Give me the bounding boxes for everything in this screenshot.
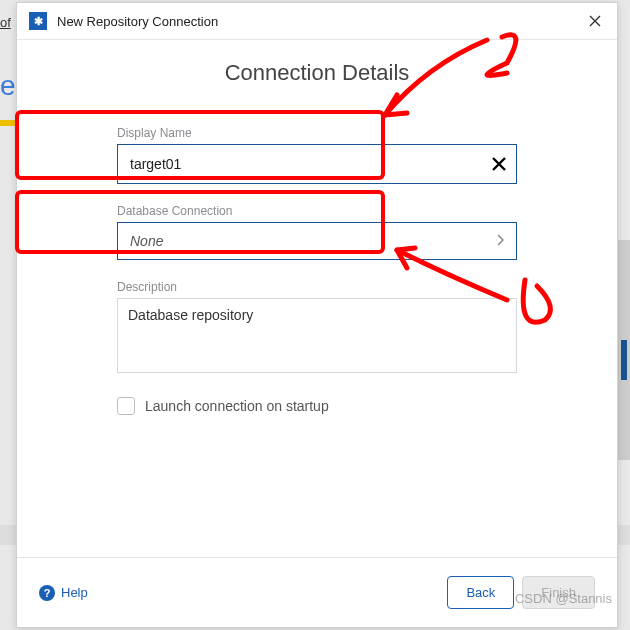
display-name-input[interactable] (118, 145, 482, 183)
database-connection-combo[interactable]: None (117, 222, 517, 260)
clear-input-icon[interactable] (482, 145, 516, 183)
background-accent (0, 120, 15, 126)
help-text: Help (61, 585, 88, 600)
finish-button: Finish (522, 576, 595, 609)
background-letter: e (0, 70, 16, 102)
description-textarea[interactable] (117, 298, 517, 373)
display-name-group: Display Name (117, 126, 517, 184)
dialog-title: New Repository Connection (57, 14, 585, 29)
dialog-body: Connection Details Display Name Database… (17, 40, 617, 557)
database-connection-value: None (130, 233, 496, 249)
app-icon: ✱ (29, 12, 47, 30)
back-button[interactable]: Back (447, 576, 514, 609)
new-repository-dialog: ✱ New Repository Connection Connection D… (16, 2, 618, 628)
help-icon: ? (39, 585, 55, 601)
launch-startup-label: Launch connection on startup (145, 398, 329, 414)
help-link[interactable]: ? Help (39, 585, 88, 601)
close-icon[interactable] (585, 11, 605, 31)
display-name-input-wrap (117, 144, 517, 184)
description-group: Description (117, 280, 517, 377)
launch-startup-row: Launch connection on startup (117, 397, 517, 415)
page-heading: Connection Details (117, 60, 517, 86)
dialog-titlebar: ✱ New Repository Connection (17, 3, 617, 40)
display-name-label: Display Name (117, 126, 517, 140)
background-text: of (0, 15, 11, 30)
chevron-right-icon (496, 233, 504, 249)
description-label: Description (117, 280, 517, 294)
launch-startup-checkbox[interactable] (117, 397, 135, 415)
background-strip (618, 240, 630, 460)
database-connection-group: Database Connection None (117, 204, 517, 260)
database-connection-label: Database Connection (117, 204, 517, 218)
dialog-footer: ? Help Back Finish (17, 557, 617, 627)
